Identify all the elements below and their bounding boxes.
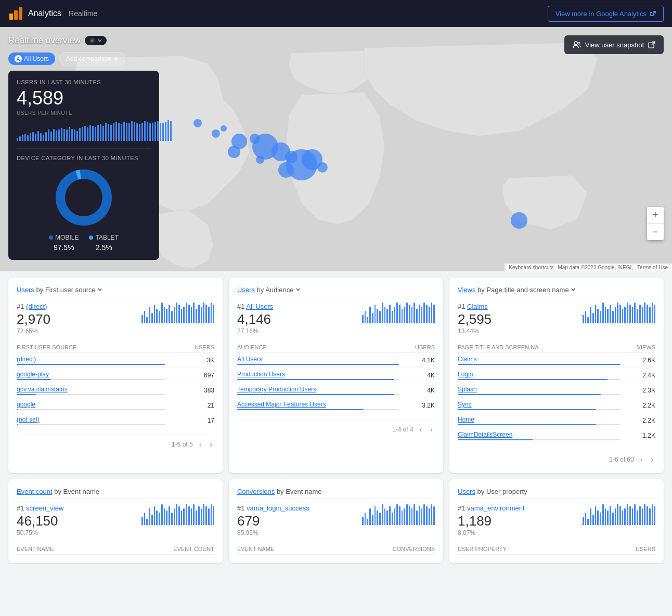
card-1-top-item: #1 All Users 4,146 27.16% (237, 303, 435, 335)
bottom-card-2-rank-name[interactable]: vama_environment (467, 504, 525, 512)
svg-point-15 (212, 129, 220, 138)
mini-bar (409, 305, 410, 323)
mini-bar (612, 311, 614, 323)
mini-bar (144, 311, 146, 323)
row-name[interactable]: google (17, 398, 165, 413)
view-more-analytics-button[interactable]: View more in Google Analytics (548, 6, 664, 22)
spark-bar (136, 123, 138, 141)
add-comparison-label: Add comparison (66, 55, 111, 62)
mini-bar (639, 305, 641, 323)
col2-header: USERS (399, 341, 435, 353)
mini-bar (634, 504, 636, 525)
mini-bar (392, 513, 393, 525)
row-value: 3.2K (399, 398, 435, 413)
col2-header: EVENT COUNT (111, 543, 214, 555)
spark-bar (165, 122, 166, 141)
card-1-header-prefix[interactable]: Users (237, 286, 255, 294)
row-name[interactable]: Accessed Major Features Users (237, 398, 399, 413)
bottom-card-0-prefix[interactable]: Event count (17, 488, 53, 495)
all-users-filter-button[interactable]: A All Users (8, 53, 55, 65)
mini-bar (431, 504, 433, 525)
mini-bar (208, 307, 210, 323)
mini-bar (161, 303, 163, 323)
bottom-card-0-header: Event count by Event name (17, 488, 214, 499)
bottom-card-2-prefix[interactable]: Users (458, 488, 475, 495)
mini-bar (624, 508, 626, 525)
mini-bar (624, 307, 626, 323)
next-page-button[interactable]: › (208, 439, 214, 450)
spark-bar (17, 138, 18, 141)
next-page-button[interactable]: › (428, 424, 435, 435)
filter-row: A All Users Add comparison (8, 52, 159, 65)
mini-bar (652, 303, 653, 323)
svg-point-4 (193, 119, 202, 127)
svg-point-23 (574, 42, 577, 45)
spark-bar (43, 135, 44, 141)
svg-point-5 (221, 125, 227, 132)
mini-bar (637, 309, 638, 323)
row-name[interactable]: Temporary Production Users (237, 383, 399, 398)
zoom-in-button[interactable]: + (647, 207, 664, 224)
row-name[interactable]: google-play (17, 368, 165, 383)
view-user-snapshot-button[interactable]: View user snapshot (564, 35, 664, 54)
mini-bar (211, 303, 212, 323)
mini-bar (642, 307, 643, 323)
pagination-text: 1-4 of 4 (392, 426, 413, 433)
spark-bar (110, 125, 112, 141)
prev-page-button[interactable]: ‹ (197, 439, 204, 450)
add-comparison-button[interactable]: Add comparison (59, 52, 125, 65)
mini-bar (196, 309, 197, 323)
card-2-header-prefix[interactable]: Views (458, 286, 475, 294)
map-footer: Keyboard shortcuts Map data ©2022 Google… (505, 264, 672, 271)
spark-bar (71, 129, 73, 141)
card-2-rank-name[interactable]: Claims (467, 303, 488, 310)
row-name[interactable]: Home (458, 413, 621, 428)
donut-svg (53, 166, 115, 229)
card-0: Users by First user source #1 (direct) 2… (8, 278, 223, 473)
row-name[interactable]: Production Users (237, 368, 399, 383)
row-name[interactable]: (not set) (17, 413, 165, 428)
keyboard-shortcuts[interactable]: Keyboard shortcuts (509, 265, 553, 270)
svg-point-22 (68, 182, 99, 213)
spark-bar (27, 135, 29, 141)
row-name[interactable]: Sync (458, 398, 621, 413)
card-2-number: 2,595 (458, 311, 492, 327)
row-name[interactable]: (direct) (17, 353, 165, 368)
card-0-rank-name[interactable]: (direct) (26, 303, 47, 310)
row-name[interactable]: Claims (458, 353, 621, 368)
map-zoom-controls: + − (647, 207, 664, 240)
row-name[interactable]: ClaimDetailsScreen (458, 428, 621, 443)
analytics-logo (8, 6, 23, 21)
mini-bar (587, 317, 589, 323)
card-1-rank-name[interactable]: All Users (246, 303, 273, 310)
card-0-header-prefix[interactable]: Users (17, 286, 34, 294)
row-value: 17 (165, 413, 214, 428)
mini-bar (374, 305, 376, 323)
row-name[interactable]: gov.va.claimstatus (17, 383, 165, 398)
zoom-out-button[interactable]: − (647, 224, 664, 240)
next-page-button[interactable]: › (649, 454, 655, 465)
bottom-card-1-prefix[interactable]: Conversions (237, 488, 275, 495)
status-badge[interactable] (85, 36, 107, 45)
bottom-card-0-rank-name[interactable]: screen_view (26, 504, 63, 512)
card-2-header: Views by Page title and screen name (458, 286, 655, 297)
bottom-card-1-rank-name[interactable]: vama_login_success (247, 504, 309, 512)
mini-bar (161, 504, 163, 525)
row-name[interactable]: All Users (237, 353, 399, 368)
mini-bar (367, 317, 368, 323)
mini-bar (198, 506, 200, 525)
row-value: 697 (165, 368, 214, 383)
mini-bar (615, 307, 616, 323)
mini-bar (379, 513, 381, 525)
mini-bar (610, 305, 611, 323)
spark-bar (144, 121, 146, 141)
spark-bar (152, 123, 153, 141)
row-name[interactable]: Login (458, 368, 621, 383)
mini-bar (384, 307, 386, 323)
svg-point-16 (228, 146, 240, 158)
prev-page-button[interactable]: ‹ (638, 454, 645, 465)
card-1-rank: #1 All Users (237, 303, 273, 310)
prev-page-button[interactable]: ‹ (418, 424, 424, 435)
terms-of-use[interactable]: Terms of Use (637, 265, 668, 270)
row-name[interactable]: Splash (458, 383, 621, 398)
